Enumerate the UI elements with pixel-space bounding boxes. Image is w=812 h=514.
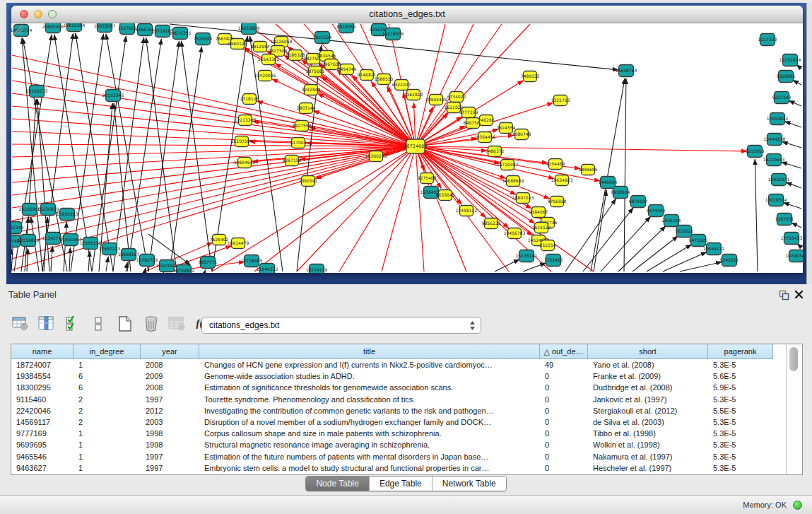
graph-node[interactable]: 13718485 (241, 255, 263, 267)
graph-node[interactable]: 9756928 (548, 197, 567, 207)
resize-grip[interactable] (11, 23, 24, 35)
graph-node[interactable]: 8267150 (283, 156, 302, 166)
graph-node[interactable]: 12093822 (767, 113, 789, 125)
table-row[interactable]: 1456911722003Disruption of a novel membe… (11, 416, 773, 428)
graph-node[interactable]: 20153346 (102, 90, 124, 102)
graph-node[interactable]: 16210643 (763, 154, 785, 166)
select-all-columns-icon[interactable] (64, 315, 82, 332)
column-header-year[interactable]: year (141, 344, 199, 359)
show-column-icon[interactable] (37, 315, 56, 332)
graph-node[interactable]: 20160533 (26, 86, 48, 98)
graph-node[interactable]: 16648784 (616, 65, 637, 77)
graph-node[interactable]: 3242844 (302, 85, 321, 95)
graph-node[interactable]: 1588520 (375, 74, 394, 85)
graph-node[interactable]: 7632621 (675, 226, 694, 238)
graph-node[interactable]: 15932971 (768, 174, 790, 186)
table-selector[interactable]: citations_edges.txt (201, 317, 481, 334)
graph-node[interactable]: 11451944 (60, 234, 82, 246)
new-document-icon[interactable] (116, 315, 134, 332)
graph-node[interactable]: 9227343 (772, 92, 792, 104)
clear-selection-icon[interactable] (90, 315, 108, 332)
graph-node[interactable]: 417004 (290, 138, 307, 148)
graph-node[interactable]: 15751074 (779, 54, 801, 66)
delete-trash-icon[interactable] (142, 315, 160, 332)
graph-node[interactable]: 7515526 (194, 33, 213, 45)
delete-table-disabled-icon[interactable] (168, 315, 187, 332)
table-row[interactable]: 946362711997Embryonic stem cells: a mode… (11, 462, 773, 474)
graph-node[interactable]: 5875685 (306, 66, 325, 77)
graph-node[interactable]: 9962349 (11, 222, 24, 234)
graph-node[interactable]: 10688609 (502, 176, 524, 187)
network-graph[interactable]: 1405571420691406188123041065328715276026… (11, 23, 803, 273)
graph-node[interactable]: 1360591 (299, 176, 318, 187)
table-row[interactable]: 1938455462009Genome-wide association stu… (11, 370, 773, 382)
network-window-titlebar[interactable]: citations_edges.txt (11, 6, 803, 23)
graph-node[interactable]: 17016504 (765, 194, 787, 206)
graph-node[interactable]: 6471626 (689, 235, 708, 247)
graph-node[interactable]: 16053809 (238, 23, 260, 35)
column-header-in_degree[interactable]: in_degree (73, 344, 141, 359)
tab-node-table[interactable]: Node Table (306, 477, 369, 491)
column-header-pagerank[interactable]: pagerank (708, 344, 773, 359)
table-row[interactable]: 1872400712008Changes of HCN gene express… (11, 359, 773, 370)
tab-edge-table[interactable]: Edge Table (369, 477, 432, 491)
graph-node[interactable]: 252254 (540, 240, 556, 251)
graph-node[interactable]: 19654923 (551, 175, 573, 186)
table-settings-icon[interactable] (11, 315, 30, 332)
column-header-out_de[interactable]: △ out_de… (540, 344, 588, 359)
graph-node[interactable]: 6734022 (447, 92, 466, 103)
graph-node[interactable]: 8186328 (286, 50, 305, 61)
graph-node[interactable]: 12444158 (764, 134, 786, 146)
graph-node[interactable]: 10456783 (504, 228, 526, 239)
graph-node[interactable]: 20691406 (42, 23, 64, 33)
column-header-short[interactable]: short (588, 344, 708, 359)
graph-node[interactable]: 7486372 (486, 146, 505, 157)
graph-node[interactable]: 12156829 (18, 235, 40, 247)
graph-node[interactable]: 9856233 (482, 218, 501, 229)
graph-node[interactable]: 9474444 (647, 205, 666, 217)
graph-node[interactable]: 15135141 (516, 250, 538, 262)
graph-node[interactable]: 9857771 (199, 257, 218, 269)
graph-node[interactable]: 1527602 (118, 23, 137, 35)
graph-node[interactable]: 8215953 (746, 146, 765, 158)
table-row[interactable]: 2242004622012Investigating the contribut… (11, 405, 773, 416)
graph-node[interactable]: 10654112 (703, 243, 725, 255)
graph-node[interactable]: 746266 (478, 115, 495, 126)
graph-node[interactable]: 10790345 (786, 250, 803, 262)
network-canvas[interactable]: 1405571420691406188123041065328715276026… (11, 23, 803, 273)
table-row[interactable]: 1830029562008Estimation of significance … (11, 382, 773, 393)
graph-node[interactable]: 1167531 (775, 214, 794, 226)
graph-node[interactable]: 12213363 (235, 115, 257, 126)
column-header-name[interactable]: name (11, 344, 73, 359)
graph-node[interactable]: 9899695 (579, 165, 598, 175)
graph-node[interactable]: 1154469 (546, 159, 565, 170)
table-row[interactable]: 946554611997Estimation of the future num… (11, 451, 773, 462)
graph-node[interactable]: 1733426 (544, 255, 563, 267)
graph-node[interactable]: 8427552 (293, 121, 312, 132)
graph-node[interactable]: 8813054 (337, 23, 356, 33)
graph-node[interactable]: 9275408 (418, 173, 437, 184)
graph-node[interactable]: 2718126 (240, 94, 259, 105)
memory-status-indicator[interactable] (793, 501, 802, 510)
table-row[interactable]: 969969511998Structural magnetic resonanc… (11, 439, 773, 450)
graph-node[interactable]: 9777169 (459, 107, 478, 118)
graph-node[interactable]: 8912954 (251, 42, 270, 52)
graph-node[interactable]: 9184067 (529, 207, 548, 218)
graph-node[interactable]: 2935114 (662, 215, 681, 227)
graph-hub-node[interactable]: 18724007 (404, 139, 427, 153)
graph-node[interactable]: 18812304 (64, 23, 86, 32)
table-row[interactable]: 911546021997Tourette syndrome. Phenomeno… (11, 394, 773, 405)
graph-node[interactable]: 11544332 (257, 264, 278, 274)
graph-node[interactable]: 6879197 (629, 196, 648, 208)
graph-node[interactable]: 12458122 (456, 206, 478, 216)
graph-node[interactable]: 9146821 (358, 70, 377, 81)
graph-node[interactable]: 10653287 (94, 23, 116, 33)
graph-node[interactable]: 1117333 (758, 34, 777, 46)
tab-network-table[interactable]: Network Table (432, 477, 506, 491)
graph-node[interactable]: 9329966 (777, 71, 796, 83)
graph-node[interactable]: 16914479 (228, 238, 249, 249)
float-panel-icon[interactable] (779, 290, 789, 300)
close-panel-icon[interactable] (794, 290, 804, 299)
graph-node[interactable]: 9245652 (720, 255, 739, 267)
graph-node[interactable]: 6322037 (392, 80, 411, 90)
